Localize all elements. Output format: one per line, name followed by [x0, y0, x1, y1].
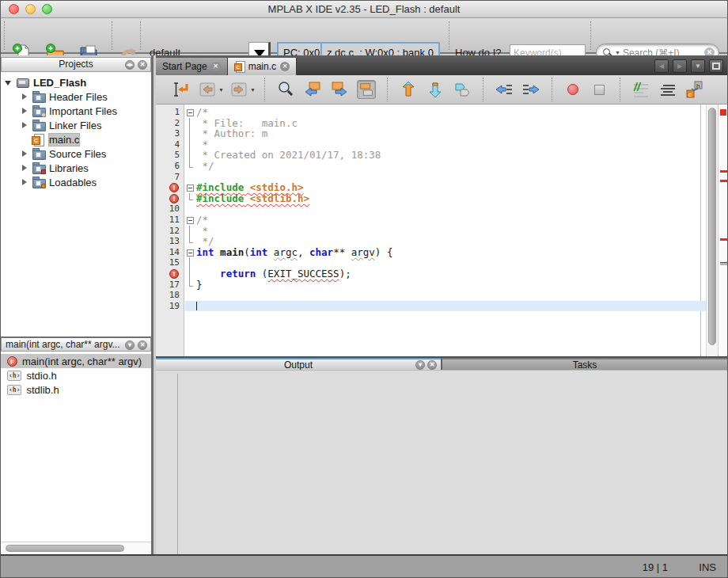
line-number[interactable]: 15: [156, 257, 185, 268]
line-error-annotation[interactable]: !: [156, 182, 185, 193]
comment-button[interactable]: //: [631, 80, 650, 99]
toggle-header-source-button[interactable]: hc: [685, 80, 704, 99]
code-text[interactable]: [196, 172, 706, 183]
line-number[interactable]: 6: [156, 161, 185, 172]
code-line[interactable]: 18: [156, 290, 706, 301]
line-number[interactable]: 19: [156, 301, 185, 312]
error-stripe-mark[interactable]: [720, 238, 727, 241]
line-number[interactable]: 12: [156, 226, 185, 237]
tab-output[interactable]: Output ▾ ✕: [156, 358, 441, 370]
code-line[interactable]: 19: [156, 301, 706, 312]
projects-minimize-icon[interactable]: ◂▸: [125, 60, 135, 70]
code-line[interactable]: !#include <stdio.h>: [156, 182, 706, 193]
line-number[interactable]: 18: [156, 290, 185, 301]
code-text[interactable]: * Created on 2021/01/17, 18:38: [196, 150, 706, 161]
disclosure-triangle-icon[interactable]: [20, 120, 29, 130]
maximize-editor-icon[interactable]: [709, 59, 723, 73]
start-macro-recording-button[interactable]: [567, 84, 578, 95]
navigator-item[interactable]: stdlib.h: [1, 382, 151, 397]
code-line[interactable]: 10: [156, 203, 706, 215]
code-line[interactable]: 12 *: [156, 226, 706, 237]
navigator-item[interactable]: main(int argc, char** argv): [1, 354, 151, 368]
code-line[interactable]: 3 * Author: m: [156, 128, 706, 139]
code-line[interactable]: 13 */: [156, 236, 706, 247]
output-minimize-icon[interactable]: ▾: [415, 360, 425, 370]
forward-button[interactable]: [229, 80, 248, 99]
uncomment-button[interactable]: [658, 80, 677, 99]
projects-close-icon[interactable]: ✕: [138, 60, 147, 70]
projects-panel-header[interactable]: Projects ◂▸ ✕: [1, 57, 151, 72]
tree-item-important-files[interactable]: Important Files: [1, 104, 151, 118]
code-fold-marker[interactable]: [185, 226, 196, 237]
minimize-window-button[interactable]: [25, 4, 36, 14]
code-line[interactable]: ! return (EXIT_SUCCESS);: [156, 268, 706, 279]
tree-item-main-c[interactable]: main.c: [1, 132, 151, 146]
title-bar[interactable]: MPLAB X IDE v2.35 - LED_Flash : default: [1, 1, 727, 18]
code-text[interactable]: * File: main.c: [196, 118, 706, 129]
disclosure-triangle-icon[interactable]: [20, 177, 29, 187]
disclosure-triangle-icon[interactable]: [20, 106, 29, 116]
error-stripe-mark[interactable]: [720, 180, 727, 182]
code-text[interactable]: [196, 301, 706, 312]
code-text[interactable]: int main(int argc, char** argv) {: [196, 247, 706, 258]
last-edit-position-button[interactable]: [171, 80, 190, 99]
toggle-bookmark-button[interactable]: [453, 80, 472, 99]
find-previous-button[interactable]: [303, 80, 322, 99]
tab-tasks[interactable]: Tasks: [441, 358, 727, 370]
code-fold-marker[interactable]: [185, 182, 196, 193]
previous-occurrence-button[interactable]: [399, 80, 418, 99]
code-fold-marker[interactable]: [185, 215, 196, 226]
tree-item-led-flash[interactable]: LED_Flash: [1, 75, 151, 89]
code-line[interactable]: 1/*: [156, 107, 706, 118]
tab-close-icon[interactable]: ✕: [280, 62, 290, 71]
tree-item-loadables[interactable]: Loadables: [1, 175, 151, 189]
code-text[interactable]: [196, 203, 706, 215]
code-line[interactable]: 11/*: [156, 215, 706, 226]
tab-close-icon[interactable]: ✕: [211, 62, 221, 71]
line-error-annotation[interactable]: !: [156, 268, 185, 279]
shift-line-right-button[interactable]: [521, 80, 540, 99]
code-text[interactable]: return (EXIT_SUCCESS);: [196, 268, 706, 279]
code-fold-marker[interactable]: [185, 161, 196, 172]
output-close-icon[interactable]: ✕: [427, 360, 437, 370]
find-selection-button[interactable]: [276, 80, 295, 99]
code-text[interactable]: }: [196, 279, 706, 291]
output-content[interactable]: [156, 370, 727, 557]
code-text[interactable]: [196, 290, 706, 301]
code-text[interactable]: [196, 257, 706, 268]
error-stripe-summary-mark[interactable]: [720, 109, 726, 116]
scrollbar-thumb[interactable]: [708, 108, 716, 345]
disclosure-triangle-icon[interactable]: [20, 92, 29, 101]
code-text[interactable]: #include <stdio.h>: [196, 182, 706, 193]
disclosure-triangle-icon[interactable]: [20, 163, 29, 173]
back-dropdown-icon[interactable]: ▼: [218, 87, 224, 93]
tab-list-dropdown-icon[interactable]: ▼: [691, 59, 705, 73]
line-number[interactable]: 13: [156, 236, 185, 247]
line-number[interactable]: 1: [156, 107, 185, 118]
insert-mode-indicator[interactable]: INS: [699, 561, 716, 573]
tree-item-linker-files[interactable]: Linker Files: [1, 118, 151, 132]
line-number[interactable]: 4: [156, 139, 185, 150]
code-fold-marker[interactable]: [185, 279, 196, 291]
code-text[interactable]: */: [196, 236, 706, 247]
tree-item-libraries[interactable]: Libraries: [1, 161, 151, 175]
shift-line-left-button[interactable]: [495, 80, 514, 99]
editor-vertical-scrollbar[interactable]: [706, 105, 718, 356]
code-fold-marker[interactable]: [185, 150, 196, 161]
code-line[interactable]: 17}: [156, 279, 706, 291]
disclosure-triangle-icon[interactable]: [4, 78, 13, 87]
scroll-tabs-left-icon[interactable]: ◀: [654, 59, 669, 73]
code-text[interactable]: /*: [196, 215, 706, 226]
toggle-highlight-search-button[interactable]: [357, 80, 376, 99]
code-line[interactable]: !#include <stdlib.h>: [156, 193, 706, 204]
line-number[interactable]: 14: [156, 247, 185, 258]
code-line[interactable]: 4 *: [156, 139, 706, 150]
code-fold-marker[interactable]: [185, 118, 196, 129]
next-occurrence-button[interactable]: [426, 80, 445, 99]
code-line[interactable]: 5 * Created on 2021/01/17, 18:38: [156, 150, 706, 161]
code-text[interactable]: * Author: m: [196, 128, 706, 139]
code-fold-marker[interactable]: [185, 193, 196, 204]
forward-dropdown-icon[interactable]: ▼: [250, 87, 256, 93]
code-text[interactable]: #include <stdlib.h>: [196, 193, 706, 204]
code-fold-marker[interactable]: [185, 107, 196, 118]
